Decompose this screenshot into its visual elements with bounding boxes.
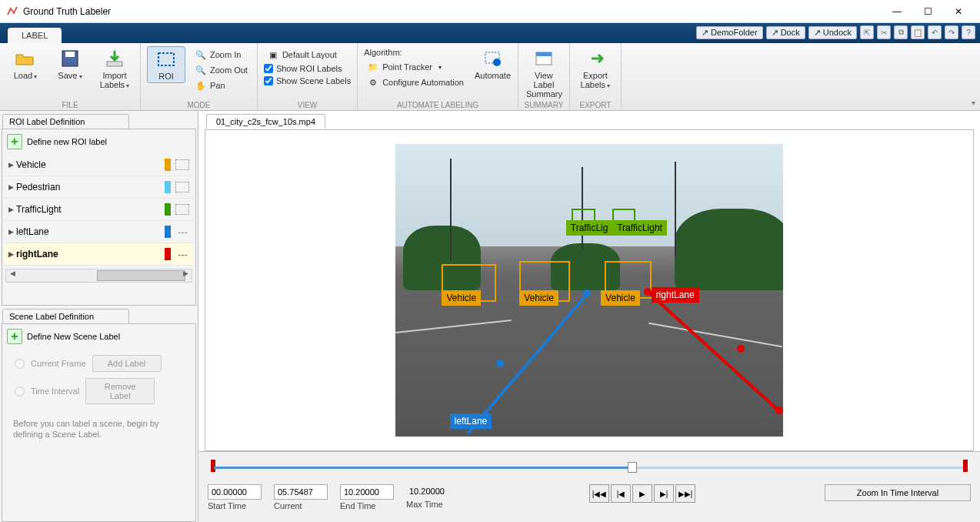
maximize-button[interactable]: ☐	[912, 1, 943, 22]
qat-copy-icon[interactable]: ⧉	[894, 25, 908, 39]
quick-access: ↗DemoFolder ↗Dock ↗Undock ⇱ ✂ ⧉ 📋 ↶ ↷ ?	[696, 25, 975, 39]
roi-item-rightlane[interactable]: ▶rightLane- - -	[4, 243, 194, 266]
zoom-out-icon: 🔍	[195, 64, 207, 76]
line-shape-icon: - - -	[175, 249, 189, 259]
algorithm-dropdown[interactable]: 📁Point Tracker▾	[364, 60, 467, 74]
rect-shape-icon	[175, 159, 189, 170]
current-frame-radio	[15, 359, 25, 369]
gear-icon: ⚙	[367, 76, 379, 89]
layout-icon: ▣	[267, 49, 279, 61]
playback-controls: |◀◀ |◀ ▶ ▶| ▶▶|	[589, 484, 695, 503]
scene-panel-header[interactable]: Scene Label Definition	[2, 309, 129, 324]
max-time-text: 10.20000	[406, 484, 460, 498]
color-swatch	[165, 181, 171, 193]
show-roi-checkbox[interactable]: Show ROI Labels	[264, 63, 351, 74]
export-labels-button[interactable]: Export Labels	[576, 46, 615, 92]
time-slider[interactable]	[208, 460, 971, 475]
roi-panel-body: + Define new ROI label ▶Vehicle▶Pedestri…	[2, 129, 196, 306]
roi-item-trafficlight[interactable]: ▶TrafficLight	[4, 199, 194, 221]
automate-icon	[480, 48, 505, 69]
roi-item-leftlane[interactable]: ▶leftLane- - -	[4, 221, 194, 243]
qat-paste-icon[interactable]: 📋	[911, 25, 925, 39]
expand-icon[interactable]: ▶	[8, 161, 16, 169]
roi-item-name: leftLane	[16, 226, 165, 237]
step-back-button[interactable]: |◀	[611, 484, 631, 503]
ribbon-group-mode: ROI 🔍Zoom In 🔍Zoom Out ✋Pan MODE	[141, 43, 258, 110]
video-frame: TrafficLig TrafficLight Vehicle Vehicle …	[395, 144, 783, 437]
rect-shape-icon	[175, 204, 189, 215]
ribbon-group-summary: View Label Summary SUMMARY	[518, 43, 570, 110]
end-time-input[interactable]	[340, 484, 394, 500]
show-scene-checkbox[interactable]: Show Scene Labels	[264, 75, 351, 86]
qat-help-icon[interactable]: ?	[962, 25, 975, 39]
expand-icon[interactable]: ▶	[8, 228, 16, 236]
default-layout-button[interactable]: ▣Default Layout	[264, 48, 351, 62]
step-fwd-button[interactable]: ▶|	[654, 484, 674, 503]
svg-rect-1	[65, 52, 75, 57]
folder-open-icon	[13, 48, 38, 69]
ribbon-collapse-icon[interactable]: ▾	[972, 99, 975, 107]
expand-icon[interactable]: ▶	[8, 183, 16, 191]
qat-cut-icon[interactable]: ✂	[877, 25, 891, 39]
export-icon	[583, 48, 608, 69]
configure-automation-button[interactable]: ⚙Configure Automation	[364, 75, 467, 89]
add-label-button: Add Label	[92, 355, 162, 372]
close-button[interactable]: ✕	[943, 1, 974, 22]
ribbon-group-file: Load Save Import Labels FILE	[0, 43, 141, 110]
pan-button[interactable]: ✋Pan	[192, 79, 251, 92]
zoom-in-icon: 🔍	[195, 49, 207, 61]
start-flag-icon[interactable]	[211, 460, 215, 472]
pan-icon: ✋	[195, 79, 207, 92]
line-shape-icon: - - -	[175, 226, 189, 237]
play-button[interactable]: ▶	[632, 484, 652, 503]
color-swatch	[165, 159, 171, 171]
expand-icon[interactable]: ▶	[8, 250, 16, 258]
main-area: ROI Label Definition + Define new ROI la…	[0, 111, 980, 522]
ribbon-group-view: ▣Default Layout Show ROI Labels Show Sce…	[258, 43, 358, 110]
qat-icon-1[interactable]: ⇱	[860, 25, 874, 39]
undock-link[interactable]: ↗Undock	[808, 26, 857, 39]
automate-button[interactable]: Automate	[473, 46, 512, 82]
timeline-panel: Start Time Current End Time 10.20000Max …	[198, 451, 980, 522]
roi-item-pedestrian[interactable]: ▶Pedestrian	[4, 176, 194, 199]
goto-start-button[interactable]: |◀◀	[589, 484, 609, 503]
color-swatch	[165, 226, 171, 238]
save-button[interactable]: Save	[51, 46, 89, 82]
roi-panel-header[interactable]: ROI Label Definition	[2, 114, 129, 129]
document-tab[interactable]: 01_city_c2s_fcw_10s.mp4	[206, 114, 325, 129]
zoom-in-button[interactable]: 🔍Zoom In	[192, 48, 251, 62]
folder-icon: 📁	[367, 61, 379, 73]
roi-item-name: rightLane	[16, 249, 165, 259]
scene-hint-text: Before you can label a scene, begin by d…	[4, 412, 194, 447]
tab-label[interactable]: LABEL	[8, 28, 62, 43]
start-time-input[interactable]	[208, 484, 262, 500]
zoom-out-button[interactable]: 🔍Zoom Out	[192, 63, 251, 77]
svg-rect-2	[107, 62, 122, 66]
roi-mode-button[interactable]: ROI	[147, 46, 185, 83]
svg-point-5	[493, 59, 501, 66]
roi-item-vehicle[interactable]: ▶Vehicle	[4, 154, 194, 176]
define-scene-button[interactable]: + Define New Scene Label	[4, 326, 194, 347]
demofolder-link[interactable]: ↗DemoFolder	[696, 26, 763, 39]
import-labels-button[interactable]: Import Labels	[95, 46, 134, 92]
view-summary-button[interactable]: View Label Summary	[525, 46, 563, 100]
expand-icon[interactable]: ▶	[8, 206, 16, 213]
load-button[interactable]: Load	[6, 46, 45, 82]
video-canvas[interactable]: TrafficLig TrafficLight Vehicle Vehicle …	[205, 129, 974, 451]
qat-redo-icon[interactable]: ↷	[945, 25, 958, 39]
svg-rect-7	[536, 52, 552, 56]
slider-thumb[interactable]	[628, 462, 637, 473]
goto-end-button[interactable]: ▶▶|	[675, 484, 695, 503]
end-flag-icon[interactable]	[963, 460, 968, 472]
roi-hscrollbar[interactable]: ◀▶	[5, 269, 192, 283]
qat-undo-icon[interactable]: ↶	[928, 25, 942, 39]
dock-link[interactable]: ↗Dock	[766, 26, 805, 39]
plus-icon: +	[7, 329, 22, 344]
label-leftlane: leftLane	[450, 413, 492, 429]
roi-label-list: ▶Vehicle▶Pedestrian▶TrafficLight▶leftLan…	[4, 154, 194, 266]
current-time-input[interactable]	[274, 484, 328, 500]
svg-rect-3	[158, 53, 174, 65]
minimize-button[interactable]: —	[882, 1, 912, 22]
zoom-time-interval-button[interactable]: Zoom In Time Interval	[825, 484, 971, 501]
define-roi-button[interactable]: + Define new ROI label	[4, 131, 194, 152]
